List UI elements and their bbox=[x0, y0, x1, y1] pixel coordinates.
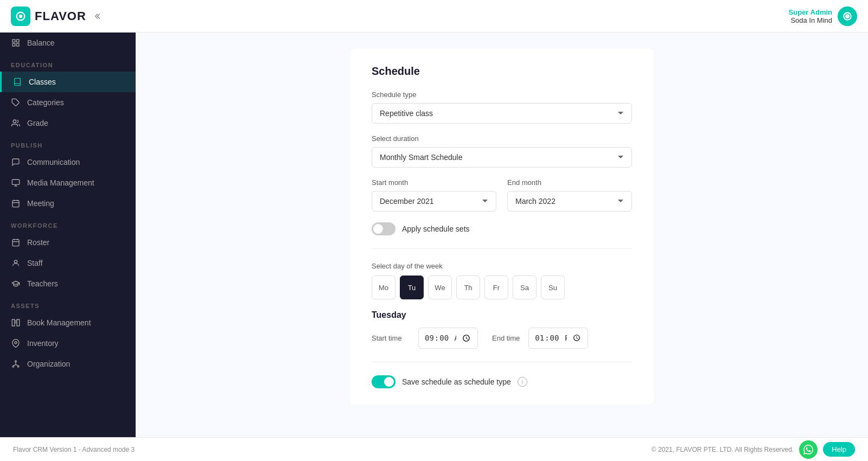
footer-version: Flavor CRM Version 1 - Advanced mode 3 bbox=[13, 446, 135, 453]
sidebar-item-grade[interactable]: Grade bbox=[0, 113, 136, 133]
user-name: Soda In Mind bbox=[789, 16, 832, 24]
sidebar-item-label: Grade bbox=[27, 119, 48, 127]
start-month-select[interactable]: December 2021 January 2022 February 2022 bbox=[372, 191, 496, 212]
day-button-th[interactable]: Th bbox=[456, 276, 480, 299]
svg-rect-4 bbox=[12, 40, 15, 42]
collapse-button[interactable] bbox=[92, 11, 101, 21]
sidebar-section-workforce: WORKFORCE bbox=[0, 214, 136, 232]
sidebar-item-classes[interactable]: Classes bbox=[0, 72, 136, 92]
sidebar-item-label: Inventory bbox=[27, 339, 59, 348]
svg-point-28 bbox=[12, 366, 14, 367]
svg-rect-10 bbox=[12, 180, 19, 184]
day-button-we[interactable]: We bbox=[428, 276, 452, 299]
end-time-field[interactable] bbox=[534, 332, 582, 344]
footer-right: © 2021, FLAVOR PTE. LTD. All Rights Rese… bbox=[652, 440, 855, 459]
media-icon bbox=[11, 178, 21, 188]
sidebar-item-media-management[interactable]: Media Management bbox=[0, 172, 136, 193]
sidebar-item-communication[interactable]: Communication bbox=[0, 152, 136, 172]
end-month-select[interactable]: January 2022 February 2022 March 2022 Ap… bbox=[507, 191, 632, 212]
schedule-type-group: Schedule type Repetitive class One-time … bbox=[372, 91, 632, 124]
sidebar-item-label: Organization bbox=[27, 360, 70, 368]
divider-1 bbox=[372, 248, 632, 249]
schedule-title: Schedule bbox=[372, 65, 632, 78]
divider-2 bbox=[372, 362, 632, 362]
start-month-group: Start month December 2021 January 2022 F… bbox=[372, 178, 496, 212]
header-right: Super Admin Soda In Mind bbox=[789, 7, 857, 26]
chat-icon bbox=[11, 157, 21, 167]
help-button[interactable]: Help bbox=[823, 442, 855, 457]
svg-line-32 bbox=[16, 364, 18, 366]
active-day-title: Tuesday bbox=[372, 310, 632, 320]
sidebar-item-book-management[interactable]: Book Management bbox=[0, 312, 136, 333]
sidebar-item-balance[interactable]: Balance bbox=[0, 33, 136, 53]
svg-point-1 bbox=[19, 14, 22, 17]
svg-rect-5 bbox=[16, 40, 19, 42]
inventory-icon bbox=[11, 338, 21, 348]
sidebar-item-categories[interactable]: Categories bbox=[0, 92, 136, 113]
tag-icon bbox=[11, 98, 21, 107]
whatsapp-button[interactable] bbox=[799, 440, 818, 459]
staff-icon bbox=[11, 258, 21, 268]
book-management-icon bbox=[11, 318, 21, 328]
apply-schedule-sets-label: Apply schedule sets bbox=[402, 225, 470, 233]
sidebar-item-label: Roster bbox=[27, 238, 49, 247]
logo-icon bbox=[11, 7, 30, 26]
time-row: Start time End time bbox=[372, 328, 632, 349]
day-button-sa[interactable]: Sa bbox=[513, 276, 537, 299]
svg-point-9 bbox=[13, 120, 16, 123]
sidebar-item-staff[interactable]: Staff bbox=[0, 253, 136, 273]
sidebar-item-teachers[interactable]: Teachers bbox=[0, 273, 136, 294]
save-schedule-label: Save schedule as schedule type bbox=[402, 377, 511, 386]
person-icon bbox=[11, 118, 21, 128]
info-icon[interactable]: i bbox=[518, 377, 527, 387]
apply-schedule-sets-toggle[interactable] bbox=[372, 222, 395, 235]
svg-point-21 bbox=[14, 260, 17, 263]
org-icon bbox=[11, 359, 21, 369]
month-row: Start month December 2021 January 2022 F… bbox=[372, 178, 632, 222]
sidebar-item-inventory[interactable]: Inventory bbox=[0, 333, 136, 354]
day-button-mo[interactable]: Mo bbox=[372, 276, 395, 299]
avatar bbox=[838, 7, 857, 26]
calendar-icon bbox=[11, 238, 21, 247]
svg-rect-17 bbox=[12, 240, 19, 246]
svg-rect-7 bbox=[16, 43, 19, 46]
start-month-label: Start month bbox=[372, 178, 496, 187]
meeting-icon bbox=[11, 199, 21, 208]
day-button-su[interactable]: Su bbox=[541, 276, 565, 299]
save-schedule-toggle[interactable] bbox=[372, 375, 395, 388]
svg-rect-13 bbox=[12, 201, 19, 207]
save-schedule-row: Save schedule as schedule type i bbox=[372, 375, 632, 388]
schedule-type-select[interactable]: Repetitive class One-time class bbox=[372, 103, 632, 124]
sidebar-item-label: Classes bbox=[29, 78, 56, 86]
sidebar-section-assets: ASSETS bbox=[0, 294, 136, 312]
duration-group: Select duration Monthly Smart Schedule W… bbox=[372, 135, 632, 168]
sidebar-item-meeting[interactable]: Meeting bbox=[0, 193, 136, 214]
day-buttons: Mo Tu We Th Fr Sa Su bbox=[372, 276, 632, 299]
day-button-tu[interactable]: Tu bbox=[400, 276, 424, 299]
day-button-fr[interactable]: Fr bbox=[484, 276, 508, 299]
header-left: FLAVOR bbox=[11, 7, 101, 26]
start-time-field[interactable] bbox=[424, 332, 472, 344]
day-of-week-label: Select day of the week bbox=[372, 262, 632, 270]
logo-text: FLAVOR bbox=[35, 9, 86, 23]
end-month-group: End month January 2022 February 2022 Mar… bbox=[507, 178, 632, 212]
start-time-label: Start time bbox=[372, 334, 410, 342]
duration-select[interactable]: Monthly Smart Schedule Weekly Schedule C… bbox=[372, 147, 632, 168]
end-time-input[interactable] bbox=[528, 328, 588, 349]
start-time-input[interactable] bbox=[418, 328, 478, 349]
svg-rect-23 bbox=[17, 319, 20, 326]
svg-point-27 bbox=[15, 361, 17, 362]
sidebar-section-publish: PUBLISH bbox=[0, 133, 136, 152]
end-month-label: End month bbox=[507, 178, 632, 187]
sidebar-item-label: Balance bbox=[27, 39, 55, 47]
schedule-type-label: Schedule type bbox=[372, 91, 632, 99]
sidebar-item-label: Staff bbox=[27, 259, 43, 267]
logo: FLAVOR bbox=[11, 7, 86, 26]
sidebar-item-roster[interactable]: Roster bbox=[0, 232, 136, 253]
sidebar: Balance EDUCATION Classes Categories Gra… bbox=[0, 33, 136, 437]
svg-line-31 bbox=[13, 364, 16, 366]
svg-rect-6 bbox=[12, 43, 15, 46]
svg-point-26 bbox=[15, 342, 17, 344]
user-info: Super Admin Soda In Mind bbox=[789, 8, 832, 24]
sidebar-item-organization[interactable]: Organization bbox=[0, 354, 136, 374]
